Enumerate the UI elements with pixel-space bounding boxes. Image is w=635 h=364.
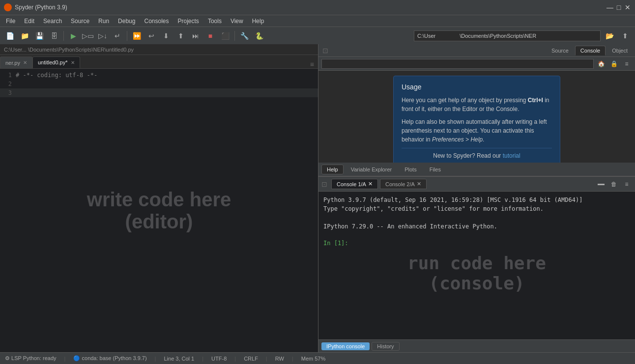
right-panel: ⊡ Source Console Object 🏠 🔒 ≡ Usage Here… (318, 44, 635, 352)
menu-source[interactable]: Source (67, 17, 93, 26)
close-console-1a-icon[interactable]: ✕ (368, 181, 373, 187)
tab-console-2a-label: Console 2/A (385, 181, 415, 187)
status-sep-6: | (292, 356, 293, 362)
tab-console-2a[interactable]: Console 2/A ✕ (380, 179, 427, 189)
breadcrumb: C:\User... \Documents\PythonScripts\NER\… (0, 44, 318, 55)
toolbar-sep-2 (127, 31, 127, 41)
history-tab[interactable]: History (372, 342, 399, 351)
menu-help[interactable]: Help (248, 17, 268, 26)
code-area[interactable]: 1 # -*- coding: utf-8 -*- 2 3 write code… (0, 69, 318, 352)
ipython-console-tab[interactable]: IPython console (321, 342, 370, 350)
console-line-1: Python 3.9.7 (default, Sep 16 2021, 16:5… (323, 196, 630, 204)
usage-title: Usage (402, 83, 552, 91)
editor-watermark: write code here (editor) (87, 189, 231, 233)
status-position: Line 3, Col 1 (164, 356, 194, 362)
help-content: Usage Here you can get help of any objec… (318, 71, 635, 163)
tab-help[interactable]: Help (321, 165, 344, 174)
sync-button[interactable]: ⬆ (618, 29, 632, 43)
line-num-1: 1 (0, 71, 16, 80)
run-cell-advance-button[interactable]: ▷↓ (96, 29, 110, 43)
help-menu-button[interactable]: ≡ (621, 58, 632, 69)
help-lock-button[interactable]: 🔒 (608, 58, 619, 69)
editor-watermark-line2: (editor) (87, 211, 231, 233)
step-into-button[interactable]: ⬇ (159, 29, 173, 43)
console-watermark-line2: (console) (407, 273, 546, 293)
save-file-button[interactable]: 💾 (32, 29, 46, 43)
status-sep-1: | (64, 356, 66, 362)
tab-variable-explorer[interactable]: Variable Explorer (346, 165, 398, 174)
tab-untitled0-py[interactable]: untitled0.py* ✕ (32, 56, 80, 68)
usage-text-2: Help can also be shown automatically aft… (402, 117, 552, 144)
tab-console[interactable]: Console (575, 46, 606, 56)
close-untitled0-py-icon[interactable]: ✕ (71, 60, 75, 65)
code-line-3: 3 (0, 88, 318, 97)
menu-file[interactable]: File (2, 17, 19, 26)
line-content-1: # -*- coding: utf-8 -*- (16, 71, 318, 80)
step-over-button[interactable]: ⬆ (174, 29, 188, 43)
menu-debug[interactable]: Debug (114, 17, 139, 26)
tab-ner-py[interactable]: ner.py ✕ (0, 56, 32, 68)
undock-icon[interactable]: ⊡ (322, 47, 328, 55)
console-panel: ⊡ Console 1/A ✕ Console 2/A ✕ 🗑 ≡ (318, 177, 635, 352)
console-watermark-line1: run code here (407, 253, 546, 273)
menu-search[interactable]: Search (39, 17, 66, 26)
title-bar-controls: — □ ✕ (606, 4, 631, 11)
tab-ner-py-label: ner.py (5, 60, 20, 66)
run-selection-button[interactable]: ↵ (111, 29, 124, 43)
help-toolbar: 🏠 🔒 ≡ (318, 57, 635, 71)
menu-view[interactable]: View (227, 17, 247, 26)
tools-button[interactable]: 🔧 (237, 29, 251, 43)
browse-button[interactable]: 📂 (603, 29, 616, 43)
run-cell-button[interactable]: ▷▭ (81, 29, 95, 43)
object-input[interactable] (321, 59, 594, 69)
run-button[interactable]: ▶ (66, 29, 80, 43)
status-sep-3: | (202, 356, 203, 362)
line-content-2 (16, 80, 318, 88)
save-all-button[interactable]: 🗄 (47, 29, 61, 43)
run-all-button[interactable]: ⏩ (130, 29, 144, 43)
help-home-button[interactable]: 🏠 (596, 58, 606, 69)
console-line-4: IPython 7.29.0 -- An enhanced Interactiv… (323, 222, 630, 231)
spyder-icon (4, 3, 12, 11)
continue-button[interactable]: ⏭ (189, 29, 202, 43)
console-menu-button[interactable]: ≡ (621, 179, 632, 190)
tab-source[interactable]: Source (546, 46, 574, 56)
tab-console-1a-label: Console 1/A (337, 181, 366, 187)
console-output[interactable]: Python 3.9.7 (default, Sep 16 2021, 16:5… (318, 192, 635, 339)
console-prompt: In [1]: (323, 240, 630, 247)
console-clear-button[interactable]: 🗑 (608, 179, 619, 190)
tab-console-1a[interactable]: Console 1/A ✕ (331, 179, 378, 189)
menu-run[interactable]: Run (94, 17, 113, 26)
stop-button[interactable]: ■ (203, 29, 217, 43)
python-button[interactable]: 🐍 (252, 29, 266, 43)
menu-tools[interactable]: Tools (204, 17, 226, 26)
toolbar-sep-3 (234, 31, 235, 41)
console-header: ⊡ Console 1/A ✕ Console 2/A ✕ 🗑 ≡ (318, 177, 635, 192)
menu-edit[interactable]: Edit (20, 17, 38, 26)
close-ner-py-icon[interactable]: ✕ (23, 60, 27, 65)
menu-consoles[interactable]: Consoles (140, 17, 173, 26)
tab-object[interactable]: Object (606, 46, 633, 56)
editor-tab-options[interactable]: ≡ (308, 60, 316, 68)
help-tab-bar: ⊡ Source Console Object (318, 44, 635, 57)
maximize-editor-button[interactable]: ⬛ (218, 29, 232, 43)
open-file-button[interactable]: 📁 (18, 29, 31, 43)
status-mem: Mem 57% (301, 356, 326, 362)
new-file-button[interactable]: 📄 (3, 29, 17, 43)
close-button[interactable]: ✕ (624, 4, 631, 11)
line-num-2: 2 (0, 80, 16, 88)
maximize-button[interactable]: □ (615, 4, 622, 11)
undo-button[interactable]: ↩ (144, 29, 158, 43)
console-minimize-button[interactable] (596, 179, 606, 190)
close-console-2a-icon[interactable]: ✕ (417, 181, 421, 187)
console-undock-icon[interactable]: ⊡ (321, 180, 327, 188)
path-input[interactable] (414, 30, 601, 41)
tab-files[interactable]: Files (424, 165, 446, 174)
menu-projects[interactable]: Projects (174, 17, 203, 26)
tutorial-link[interactable]: tutorial (503, 152, 520, 159)
menu-bar: File Edit Search Source Run Debug Consol… (0, 15, 635, 27)
tab-plots[interactable]: Plots (399, 165, 422, 174)
code-line-1: 1 # -*- coding: utf-8 -*- (0, 71, 318, 80)
app-title: Spyder (Python 3.9) (15, 4, 67, 11)
minimize-button[interactable]: — (606, 4, 613, 11)
